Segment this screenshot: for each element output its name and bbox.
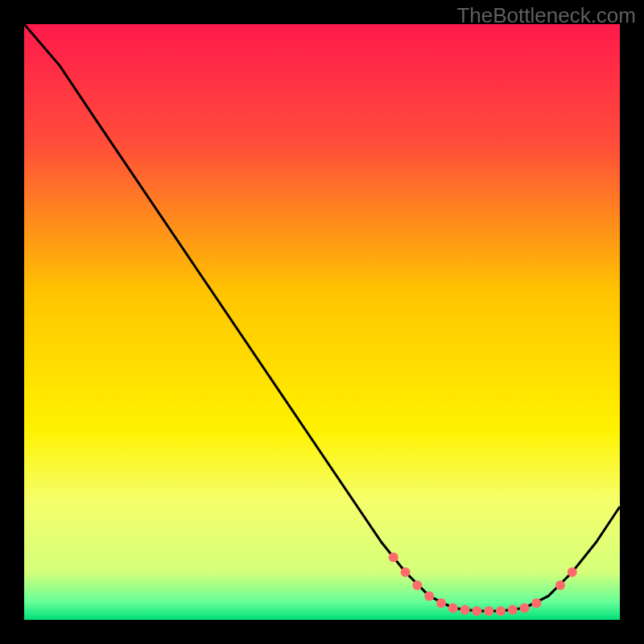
highlight-dot bbox=[484, 606, 493, 616]
gradient-background bbox=[24, 24, 620, 620]
highlight-dot bbox=[508, 605, 518, 614]
highlight-dot bbox=[472, 606, 481, 616]
highlight-dot bbox=[568, 568, 577, 577]
highlight-dot bbox=[460, 605, 470, 614]
bottleneck-chart bbox=[24, 24, 620, 620]
watermark-text: TheBottleneck.com bbox=[456, 3, 636, 28]
highlight-dot bbox=[389, 552, 398, 562]
highlight-dot bbox=[496, 606, 506, 616]
highlight-dot bbox=[555, 580, 565, 590]
chart-frame: TheBottleneck.com bbox=[0, 0, 644, 644]
highlight-dot bbox=[436, 598, 446, 608]
highlight-dot bbox=[412, 580, 422, 590]
highlight-dot bbox=[531, 598, 541, 608]
highlight-dot bbox=[520, 603, 530, 613]
highlight-dot bbox=[401, 568, 411, 577]
highlight-dot bbox=[448, 603, 458, 613]
highlight-dot bbox=[424, 591, 434, 601]
